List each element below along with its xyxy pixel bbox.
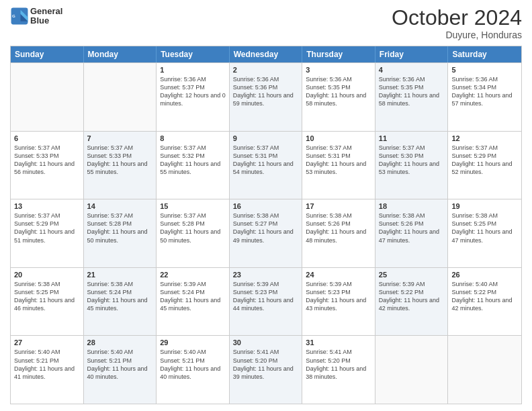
sunrise-text: Sunrise: 5:36 AM xyxy=(160,75,226,83)
day-number: 20 xyxy=(14,271,80,279)
sunset-text: Sunset: 5:36 PM xyxy=(233,83,299,91)
sunset-text: Sunset: 5:33 PM xyxy=(14,152,80,160)
sunrise-text: Sunrise: 5:40 AM xyxy=(87,348,153,356)
sunrise-text: Sunrise: 5:41 AM xyxy=(306,348,371,356)
sunrise-text: Sunrise: 5:38 AM xyxy=(14,280,80,288)
calendar-cell: 15Sunrise: 5:37 AMSunset: 5:28 PMDayligh… xyxy=(157,199,230,267)
day-number: 21 xyxy=(87,271,153,279)
cal-header-day: Friday xyxy=(375,46,449,62)
daylight-text: Daylight: 11 hours and 38 minutes. xyxy=(306,365,371,381)
day-number: 11 xyxy=(379,134,445,142)
day-number: 28 xyxy=(87,338,153,347)
daylight-text: Daylight: 11 hours and 59 minutes. xyxy=(233,91,299,107)
sunset-text: Sunset: 5:21 PM xyxy=(14,357,80,365)
sunset-text: Sunset: 5:23 PM xyxy=(233,288,299,296)
day-number: 3 xyxy=(306,66,371,74)
calendar-cell: 31Sunrise: 5:41 AMSunset: 5:20 PMDayligh… xyxy=(302,336,375,404)
day-number: 17 xyxy=(306,202,371,210)
sunrise-text: Sunrise: 5:39 AM xyxy=(306,280,371,288)
calendar-cell: 24Sunrise: 5:39 AMSunset: 5:23 PMDayligh… xyxy=(302,268,375,336)
sunset-text: Sunset: 5:21 PM xyxy=(87,357,153,365)
daylight-text: Daylight: 11 hours and 42 minutes. xyxy=(379,296,445,312)
sunrise-text: Sunrise: 5:36 AM xyxy=(451,75,518,83)
sunrise-text: Sunrise: 5:38 AM xyxy=(233,212,299,220)
calendar-cell: 17Sunrise: 5:38 AMSunset: 5:26 PMDayligh… xyxy=(302,199,375,267)
sunset-text: Sunset: 5:31 PM xyxy=(233,152,299,160)
sunset-text: Sunset: 5:22 PM xyxy=(379,288,445,296)
calendar-cell: 8Sunrise: 5:37 AMSunset: 5:32 PMDaylight… xyxy=(157,132,230,199)
location: Duyure, Honduras xyxy=(392,30,522,40)
daylight-text: Daylight: 11 hours and 56 minutes. xyxy=(14,160,80,176)
sunrise-text: Sunrise: 5:37 AM xyxy=(87,212,153,220)
sunrise-text: Sunrise: 5:37 AM xyxy=(451,144,518,152)
cal-header-day: Sunday xyxy=(11,46,84,62)
sunrise-text: Sunrise: 5:37 AM xyxy=(14,144,80,152)
calendar-cell: 28Sunrise: 5:40 AMSunset: 5:21 PMDayligh… xyxy=(84,336,157,404)
sunrise-text: Sunrise: 5:39 AM xyxy=(379,280,445,288)
calendar-cell: 30Sunrise: 5:41 AMSunset: 5:20 PMDayligh… xyxy=(230,336,303,404)
sunrise-text: Sunrise: 5:37 AM xyxy=(14,212,80,220)
daylight-text: Daylight: 11 hours and 47 minutes. xyxy=(451,228,518,244)
sunrise-text: Sunrise: 5:37 AM xyxy=(160,212,226,220)
day-number: 14 xyxy=(87,202,153,210)
calendar-cell: 5Sunrise: 5:36 AMSunset: 5:34 PMDaylight… xyxy=(448,63,521,131)
day-number: 1 xyxy=(160,66,226,74)
title-block: October 2024 Duyure, Honduras xyxy=(392,7,522,40)
sunrise-text: Sunrise: 5:37 AM xyxy=(160,144,226,152)
calendar-cell: 10Sunrise: 5:37 AMSunset: 5:31 PMDayligh… xyxy=(302,132,375,199)
day-number: 19 xyxy=(451,202,518,210)
daylight-text: Daylight: 11 hours and 50 minutes. xyxy=(87,228,153,244)
calendar-cell: 7Sunrise: 5:37 AMSunset: 5:33 PMDaylight… xyxy=(84,132,157,199)
calendar-row: 20Sunrise: 5:38 AMSunset: 5:25 PMDayligh… xyxy=(11,267,521,336)
sunrise-text: Sunrise: 5:40 AM xyxy=(160,348,226,356)
calendar-cell: 18Sunrise: 5:38 AMSunset: 5:26 PMDayligh… xyxy=(375,199,449,267)
day-number: 2 xyxy=(233,66,299,74)
day-number: 23 xyxy=(233,271,299,279)
calendar-cell: 13Sunrise: 5:37 AMSunset: 5:29 PMDayligh… xyxy=(11,199,84,267)
sunset-text: Sunset: 5:33 PM xyxy=(87,152,153,160)
sunset-text: Sunset: 5:24 PM xyxy=(160,288,226,296)
daylight-text: Daylight: 11 hours and 48 minutes. xyxy=(306,228,371,244)
calendar-cell: 16Sunrise: 5:38 AMSunset: 5:27 PMDayligh… xyxy=(230,199,303,267)
day-number: 22 xyxy=(160,271,226,279)
day-number: 30 xyxy=(233,338,299,347)
logo-icon: G xyxy=(10,7,29,26)
sunset-text: Sunset: 5:20 PM xyxy=(306,357,371,365)
daylight-text: Daylight: 11 hours and 39 minutes. xyxy=(233,365,299,381)
sunrise-text: Sunrise: 5:36 AM xyxy=(233,75,299,83)
daylight-text: Daylight: 11 hours and 42 minutes. xyxy=(451,296,518,312)
sunrise-text: Sunrise: 5:37 AM xyxy=(379,144,445,152)
sunset-text: Sunset: 5:25 PM xyxy=(451,220,518,228)
calendar-cell: 25Sunrise: 5:39 AMSunset: 5:22 PMDayligh… xyxy=(375,268,449,336)
sunrise-text: Sunrise: 5:38 AM xyxy=(451,212,518,220)
sunset-text: Sunset: 5:28 PM xyxy=(87,220,153,228)
calendar-cell: 20Sunrise: 5:38 AMSunset: 5:25 PMDayligh… xyxy=(11,268,84,336)
calendar-row: 27Sunrise: 5:40 AMSunset: 5:21 PMDayligh… xyxy=(11,335,521,404)
sunset-text: Sunset: 5:26 PM xyxy=(379,220,445,228)
page-header: G General Blue October 2024 Duyure, Hond… xyxy=(10,7,522,40)
daylight-text: Daylight: 11 hours and 47 minutes. xyxy=(379,228,445,244)
calendar-cell: 3Sunrise: 5:36 AMSunset: 5:35 PMDaylight… xyxy=(302,63,375,131)
calendar-cell: 22Sunrise: 5:39 AMSunset: 5:24 PMDayligh… xyxy=(157,268,230,336)
daylight-text: Daylight: 11 hours and 53 minutes. xyxy=(379,160,445,176)
sunrise-text: Sunrise: 5:38 AM xyxy=(306,212,371,220)
day-number: 26 xyxy=(451,271,518,279)
calendar-cell xyxy=(375,336,449,404)
day-number: 29 xyxy=(160,338,226,347)
daylight-text: Daylight: 11 hours and 44 minutes. xyxy=(233,296,299,312)
day-number: 18 xyxy=(379,202,445,210)
sunset-text: Sunset: 5:26 PM xyxy=(306,220,371,228)
daylight-text: Daylight: 12 hours and 0 minutes. xyxy=(160,91,226,107)
day-number: 8 xyxy=(160,134,226,142)
sunset-text: Sunset: 5:24 PM xyxy=(87,288,153,296)
calendar-cell: 26Sunrise: 5:40 AMSunset: 5:22 PMDayligh… xyxy=(448,268,521,336)
sunrise-text: Sunrise: 5:38 AM xyxy=(379,212,445,220)
daylight-text: Daylight: 11 hours and 40 minutes. xyxy=(160,365,226,381)
daylight-text: Daylight: 11 hours and 45 minutes. xyxy=(160,296,226,312)
cal-header-day: Saturday xyxy=(448,46,521,62)
sunrise-text: Sunrise: 5:38 AM xyxy=(87,280,153,288)
calendar-row: 6Sunrise: 5:37 AMSunset: 5:33 PMDaylight… xyxy=(11,131,521,199)
daylight-text: Daylight: 11 hours and 58 minutes. xyxy=(306,91,371,107)
calendar-row: 13Sunrise: 5:37 AMSunset: 5:29 PMDayligh… xyxy=(11,199,521,267)
daylight-text: Daylight: 11 hours and 40 minutes. xyxy=(87,365,153,381)
